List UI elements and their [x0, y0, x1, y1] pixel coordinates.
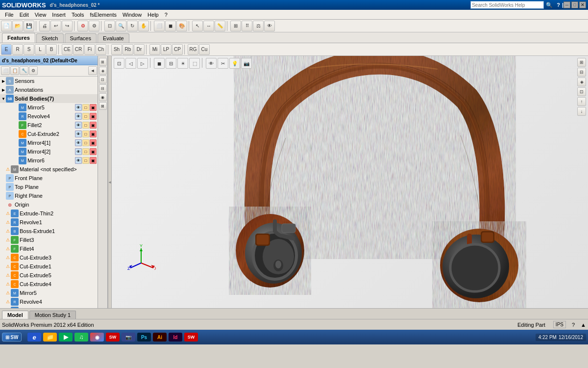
eye-icon-5[interactable]: 👁	[75, 139, 82, 146]
sw-taskbar-icon2[interactable]: SW	[106, 333, 120, 342]
viewport[interactable]: X Y Z ⊡ ◁ ▷ ◼ ⊟ ☀	[112, 56, 588, 308]
tree-item-annotations[interactable]: ▶ A Annotations	[0, 85, 98, 94]
status-units[interactable]: IPS	[553, 321, 566, 328]
view-orient-btn[interactable]: ⬜	[154, 21, 165, 31]
tree-item-revolve4-sb[interactable]: R Revolve4 👁 □ ▣	[0, 112, 98, 121]
expand-annotations[interactable]: ▶	[1, 87, 6, 92]
sidebar-resize-handle[interactable]: ◄	[108, 56, 112, 308]
menu-fselements[interactable]: fsElements	[87, 11, 120, 19]
redo-btn[interactable]: ↪	[62, 21, 73, 31]
options-btn[interactable]: ⚙	[89, 21, 99, 31]
fillet-btn[interactable]: Fi	[84, 44, 95, 55]
vp-rt-5[interactable]: ↑	[577, 97, 586, 106]
extrude-btn[interactable]: E	[1, 44, 12, 55]
red-icon-3[interactable]: ▣	[90, 122, 97, 129]
eye-icon-3[interactable]: 👁	[75, 122, 82, 129]
vp-zoom-fit[interactable]: ⊡	[114, 58, 124, 69]
open-btn[interactable]: 📂	[12, 21, 23, 31]
vp-shadows[interactable]: ☀	[177, 58, 188, 69]
tree-item-mirror6-sb[interactable]: M Mirror6 👁 □ ▣	[0, 156, 98, 165]
doc-icon-4[interactable]: □	[82, 131, 89, 137]
tree-item-top-plane[interactable]: P Top Plane	[0, 183, 98, 191]
rt-btn-6[interactable]: ⊠	[99, 102, 107, 110]
mate-btn[interactable]: ⊞	[230, 21, 241, 31]
tree-item-cut-extrude1[interactable]: ⚠ C Cut-Extrude1	[0, 262, 98, 271]
doc-icon-3[interactable]: □	[82, 122, 89, 129]
menu-file[interactable]: File	[2, 11, 17, 19]
vp-hide-show[interactable]: 👁	[206, 58, 217, 69]
circular-pattern-btn[interactable]: CP	[172, 44, 183, 55]
vp-rt-6[interactable]: ↓	[577, 107, 586, 116]
vp-rt-3[interactable]: ◈	[577, 78, 586, 86]
eye-icon-1[interactable]: 👁	[75, 104, 82, 111]
linear-pattern-btn[interactable]: LP	[161, 44, 172, 55]
undo-btn[interactable]: ↩	[50, 21, 61, 31]
red-icon-1[interactable]: ▣	[90, 104, 97, 111]
ps-taskbar-icon[interactable]: Ps	[137, 333, 151, 342]
display-style-btn[interactable]: ◼	[165, 21, 176, 31]
boundary-btn[interactable]: B	[46, 44, 57, 55]
tree-item-origin[interactable]: ⊕ Origin	[0, 200, 98, 209]
vp-rt-2[interactable]: ⊟	[577, 68, 586, 77]
linear-pat-btn[interactable]: ⠿	[242, 21, 252, 31]
tree-item-fillet4[interactable]: ⚠ F Fillet4	[0, 244, 98, 253]
expand-sensors[interactable]: ▶	[1, 79, 6, 83]
pan-btn[interactable]: ✋	[138, 21, 149, 31]
eye-icon-2[interactable]: 👁	[75, 113, 82, 120]
spotify-taskbar-icon[interactable]: ♫	[74, 333, 88, 342]
tree-icon-4[interactable]: ⚙	[29, 66, 38, 75]
chrome-taskbar-icon[interactable]: ◉	[90, 333, 104, 342]
hide-show-btn[interactable]: 👁	[264, 21, 275, 31]
tab-model[interactable]: Model	[2, 311, 28, 319]
tree-item-revolve2[interactable]: ⚠ R Revolve2	[0, 306, 98, 308]
search-input[interactable]	[470, 1, 544, 9]
measure-btn[interactable]: 📏	[215, 21, 225, 31]
red-icon-2[interactable]: ▣	[90, 113, 97, 120]
menu-edit[interactable]: Edit	[17, 11, 32, 19]
expand-revolve4-sb[interactable]	[14, 114, 19, 119]
tab-surfaces[interactable]: Surfaces	[65, 33, 97, 43]
tab-motion-study[interactable]: Motion Study 1	[29, 311, 76, 319]
select-btn[interactable]: ↖	[192, 21, 203, 31]
tree-collapse-btn[interactable]: ◄	[88, 66, 97, 75]
help-icon[interactable]: ?	[557, 2, 560, 8]
vp-perspective[interactable]: ⬚	[189, 58, 200, 69]
rt-btn-2[interactable]: ◈	[99, 67, 107, 75]
eye-icon-4[interactable]: 👁	[75, 131, 82, 137]
tree-item-fillet3[interactable]: ⚠ F Fillet3	[0, 236, 98, 244]
red-icon-7[interactable]: ▣	[90, 157, 97, 164]
tree-item-cut-extrude3[interactable]: ⚠ C Cut-Extrude3	[0, 253, 98, 262]
status-arrow-btn[interactable]: ▲	[581, 322, 586, 328]
vp-rt-4[interactable]: ⊡	[577, 87, 586, 96]
edit-appear-btn[interactable]: 🎨	[176, 21, 187, 31]
close-button[interactable]: ✕	[579, 1, 586, 8]
sw-main-taskbar[interactable]: SW	[184, 333, 198, 342]
expand-solid-bodies[interactable]: ▼	[1, 96, 6, 101]
tree-item-fillet2-sb[interactable]: F Fillet2 👁 □ ▣	[0, 121, 98, 130]
doc-icon-7[interactable]: □	[82, 157, 89, 164]
vp-display-shaded[interactable]: ◼	[154, 58, 165, 69]
expand-mirror5-sb[interactable]	[14, 105, 19, 110]
vp-display-wire[interactable]: ⊟	[166, 58, 176, 69]
rib-btn[interactable]: Rb	[122, 44, 133, 55]
ie-taskbar-icon[interactable]: e	[27, 333, 41, 342]
start-button[interactable]: ⊞ SW	[2, 333, 22, 342]
tree-item-revolve1[interactable]: ⚠ R Revolve1	[0, 218, 98, 227]
tree-item-sensors[interactable]: ▶ S Sensors	[0, 77, 98, 85]
tree-item-revolve4b[interactable]: ⚠ R Revolve4	[0, 297, 98, 306]
vp-prev-view[interactable]: ◁	[125, 58, 136, 69]
tree-item-mirror5-sb[interactable]: M Mirror5 👁 □ ▣	[0, 103, 98, 112]
tree-item-front-plane[interactable]: P Front Plane	[0, 174, 98, 183]
restore-button[interactable]: □	[571, 1, 578, 8]
tree-icon-1[interactable]: ⬜	[1, 66, 10, 75]
print-btn[interactable]: 🖨	[39, 21, 50, 31]
tab-evaluate[interactable]: Evaluate	[98, 33, 129, 43]
tree-item-solid-bodies[interactable]: ▼ SB Solid Bodies(7)	[0, 94, 98, 103]
id-taskbar-icon[interactable]: Id	[169, 333, 182, 342]
tree-item-mirror4-2[interactable]: M Mirror4[2] 👁 □ ▣	[0, 147, 98, 156]
search-btn[interactable]: 🔍	[546, 2, 553, 8]
camera-taskbar-icon[interactable]: 📷	[122, 333, 135, 342]
mirror-ents-btn[interactable]: ⚖	[253, 21, 264, 31]
tree-icon-2[interactable]: 📋	[10, 66, 19, 75]
rotate-btn[interactable]: ↻	[127, 21, 138, 31]
